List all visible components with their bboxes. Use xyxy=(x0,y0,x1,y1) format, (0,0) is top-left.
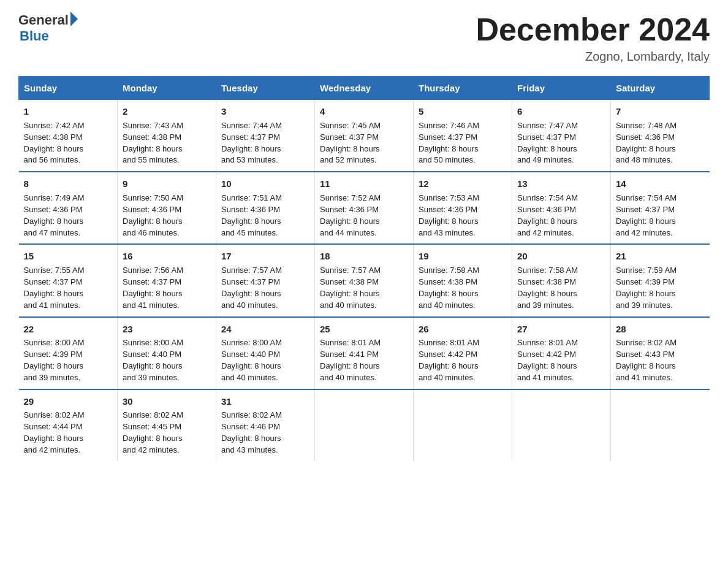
day-number: 23 xyxy=(123,323,211,336)
calendar-cell: 20Sunrise: 7:58 AMSunset: 4:38 PMDayligh… xyxy=(512,244,611,316)
day-info: Sunrise: 7:55 AMSunset: 4:37 PMDaylight:… xyxy=(24,265,113,311)
day-number: 2 xyxy=(123,105,211,118)
day-number: 10 xyxy=(221,177,309,191)
day-info: Sunrise: 7:57 AMSunset: 4:38 PMDaylight:… xyxy=(320,265,408,311)
day-info: Sunrise: 7:42 AMSunset: 4:38 PMDaylight:… xyxy=(24,120,113,166)
calendar-cell: 4Sunrise: 7:45 AMSunset: 4:37 PMDaylight… xyxy=(315,100,414,172)
day-number: 27 xyxy=(517,323,605,336)
calendar-cell: 5Sunrise: 7:46 AMSunset: 4:37 PMDaylight… xyxy=(414,100,512,172)
calendar-cell: 30Sunrise: 8:02 AMSunset: 4:45 PMDayligh… xyxy=(118,389,216,461)
logo-blue-text: Blue xyxy=(20,28,78,44)
day-number: 15 xyxy=(24,250,113,263)
day-number: 25 xyxy=(320,323,408,336)
day-number: 7 xyxy=(616,105,705,118)
calendar-cell xyxy=(414,389,512,461)
title-block: December 2024 Zogno, Lombardy, Italy xyxy=(476,12,710,64)
day-info: Sunrise: 7:47 AMSunset: 4:37 PMDaylight:… xyxy=(517,120,605,166)
column-header-friday: Friday xyxy=(512,77,611,100)
calendar-cell: 21Sunrise: 7:59 AMSunset: 4:39 PMDayligh… xyxy=(611,244,710,316)
day-number: 26 xyxy=(419,323,507,336)
day-number: 31 xyxy=(221,395,309,408)
day-info: Sunrise: 7:57 AMSunset: 4:37 PMDaylight:… xyxy=(221,265,309,311)
day-info: Sunrise: 7:58 AMSunset: 4:38 PMDaylight:… xyxy=(419,265,507,311)
day-info: Sunrise: 8:00 AMSunset: 4:39 PMDaylight:… xyxy=(24,337,113,383)
day-number: 13 xyxy=(517,177,605,191)
calendar-cell: 11Sunrise: 7:52 AMSunset: 4:36 PMDayligh… xyxy=(315,172,414,244)
day-number: 29 xyxy=(24,395,113,408)
calendar-cell: 29Sunrise: 8:02 AMSunset: 4:44 PMDayligh… xyxy=(19,389,118,461)
day-info: Sunrise: 7:50 AMSunset: 4:36 PMDaylight:… xyxy=(123,193,211,239)
calendar-cell xyxy=(315,389,414,461)
calendar-cell: 10Sunrise: 7:51 AMSunset: 4:36 PMDayligh… xyxy=(216,172,315,244)
calendar-cell: 27Sunrise: 8:01 AMSunset: 4:42 PMDayligh… xyxy=(512,317,611,389)
day-info: Sunrise: 8:02 AMSunset: 4:43 PMDaylight:… xyxy=(616,337,705,383)
calendar-cell: 26Sunrise: 8:01 AMSunset: 4:42 PMDayligh… xyxy=(414,317,512,389)
calendar-cell xyxy=(611,389,710,461)
day-number: 16 xyxy=(123,250,211,263)
page-title: December 2024 xyxy=(476,12,710,47)
calendar-week-row: 8Sunrise: 7:49 AMSunset: 4:36 PMDaylight… xyxy=(19,172,710,244)
calendar-cell: 13Sunrise: 7:54 AMSunset: 4:36 PMDayligh… xyxy=(512,172,611,244)
day-info: Sunrise: 8:01 AMSunset: 4:42 PMDaylight:… xyxy=(517,337,605,383)
page-header: General Blue December 2024 Zogno, Lombar… xyxy=(18,12,710,64)
calendar-cell xyxy=(512,389,611,461)
day-info: Sunrise: 7:58 AMSunset: 4:38 PMDaylight:… xyxy=(517,265,605,311)
day-info: Sunrise: 7:54 AMSunset: 4:36 PMDaylight:… xyxy=(517,193,605,239)
day-number: 4 xyxy=(320,105,408,118)
day-number: 17 xyxy=(221,250,309,263)
day-number: 12 xyxy=(419,177,507,191)
day-number: 22 xyxy=(24,323,113,336)
calendar-cell: 24Sunrise: 8:00 AMSunset: 4:40 PMDayligh… xyxy=(216,317,315,389)
calendar-cell: 1Sunrise: 7:42 AMSunset: 4:38 PMDaylight… xyxy=(19,100,118,172)
day-number: 5 xyxy=(419,105,507,118)
day-info: Sunrise: 8:00 AMSunset: 4:40 PMDaylight:… xyxy=(123,337,211,383)
calendar-cell: 12Sunrise: 7:53 AMSunset: 4:36 PMDayligh… xyxy=(414,172,512,244)
day-info: Sunrise: 7:49 AMSunset: 4:36 PMDaylight:… xyxy=(24,193,113,239)
day-info: Sunrise: 8:02 AMSunset: 4:45 PMDaylight:… xyxy=(123,410,211,456)
calendar-week-row: 15Sunrise: 7:55 AMSunset: 4:37 PMDayligh… xyxy=(19,244,710,316)
day-number: 30 xyxy=(123,395,211,408)
day-info: Sunrise: 8:02 AMSunset: 4:46 PMDaylight:… xyxy=(221,410,309,456)
calendar-cell: 31Sunrise: 8:02 AMSunset: 4:46 PMDayligh… xyxy=(216,389,315,461)
column-header-thursday: Thursday xyxy=(414,77,512,100)
day-info: Sunrise: 7:54 AMSunset: 4:37 PMDaylight:… xyxy=(616,193,705,239)
calendar-cell: 28Sunrise: 8:02 AMSunset: 4:43 PMDayligh… xyxy=(611,317,710,389)
calendar-cell: 7Sunrise: 7:48 AMSunset: 4:36 PMDaylight… xyxy=(611,100,710,172)
day-number: 24 xyxy=(221,323,309,336)
calendar-cell: 23Sunrise: 8:00 AMSunset: 4:40 PMDayligh… xyxy=(118,317,216,389)
column-header-saturday: Saturday xyxy=(611,77,710,100)
day-number: 19 xyxy=(419,250,507,263)
calendar-cell: 3Sunrise: 7:44 AMSunset: 4:37 PMDaylight… xyxy=(216,100,315,172)
calendar-cell: 2Sunrise: 7:43 AMSunset: 4:38 PMDaylight… xyxy=(118,100,216,172)
day-info: Sunrise: 7:53 AMSunset: 4:36 PMDaylight:… xyxy=(419,193,507,239)
day-number: 21 xyxy=(616,250,705,263)
day-info: Sunrise: 7:51 AMSunset: 4:36 PMDaylight:… xyxy=(221,193,309,239)
day-number: 8 xyxy=(24,177,113,191)
calendar-cell: 8Sunrise: 7:49 AMSunset: 4:36 PMDaylight… xyxy=(19,172,118,244)
calendar-week-row: 29Sunrise: 8:02 AMSunset: 4:44 PMDayligh… xyxy=(19,389,710,461)
day-info: Sunrise: 8:02 AMSunset: 4:44 PMDaylight:… xyxy=(24,410,113,456)
day-number: 6 xyxy=(517,105,605,118)
day-number: 11 xyxy=(320,177,408,191)
column-header-sunday: Sunday xyxy=(19,77,118,100)
day-number: 28 xyxy=(616,323,705,336)
column-header-tuesday: Tuesday xyxy=(216,77,315,100)
calendar-table: SundayMondayTuesdayWednesdayThursdayFrid… xyxy=(18,76,710,461)
day-number: 14 xyxy=(616,177,705,191)
calendar-week-row: 22Sunrise: 8:00 AMSunset: 4:39 PMDayligh… xyxy=(19,317,710,389)
day-number: 1 xyxy=(24,105,113,118)
column-header-monday: Monday xyxy=(118,77,216,100)
day-info: Sunrise: 7:44 AMSunset: 4:37 PMDaylight:… xyxy=(221,120,309,166)
day-number: 9 xyxy=(123,177,211,191)
column-header-wednesday: Wednesday xyxy=(315,77,414,100)
calendar-cell: 14Sunrise: 7:54 AMSunset: 4:37 PMDayligh… xyxy=(611,172,710,244)
day-info: Sunrise: 8:01 AMSunset: 4:42 PMDaylight:… xyxy=(419,337,507,383)
day-info: Sunrise: 8:01 AMSunset: 4:41 PMDaylight:… xyxy=(320,337,408,383)
logo: General Blue xyxy=(18,12,78,44)
day-number: 18 xyxy=(320,250,408,263)
calendar-cell: 18Sunrise: 7:57 AMSunset: 4:38 PMDayligh… xyxy=(315,244,414,316)
day-info: Sunrise: 7:46 AMSunset: 4:37 PMDaylight:… xyxy=(419,120,507,166)
day-info: Sunrise: 7:52 AMSunset: 4:36 PMDaylight:… xyxy=(320,193,408,239)
day-info: Sunrise: 7:48 AMSunset: 4:36 PMDaylight:… xyxy=(616,120,705,166)
calendar-header-row: SundayMondayTuesdayWednesdayThursdayFrid… xyxy=(19,77,710,100)
